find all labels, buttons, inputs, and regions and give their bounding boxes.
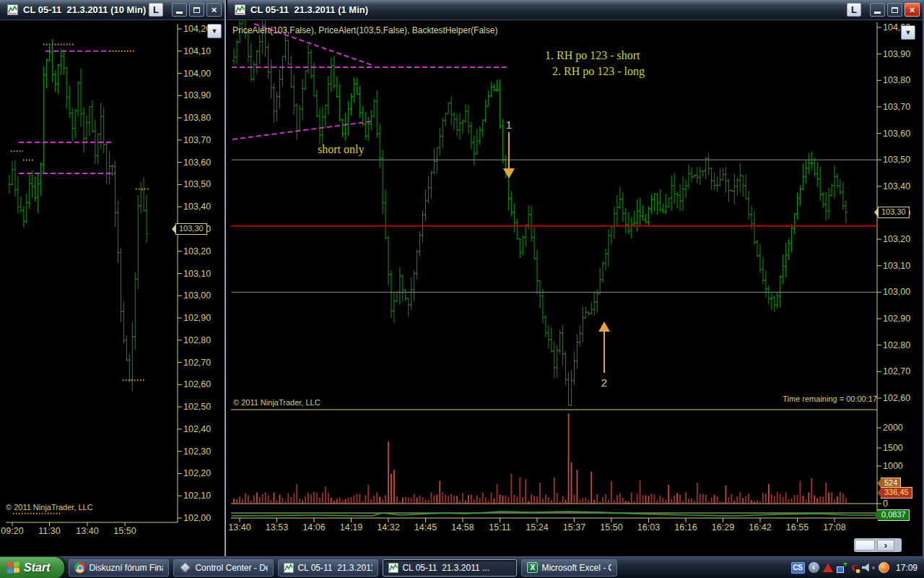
diamond-icon [180,562,191,574]
taskbar-item-excel[interactable]: X Microsoft Excel - CL [521,559,617,577]
close-button[interactable]: × [905,3,920,17]
minimize-icon [874,12,881,14]
copyright-label: © 2011 NinjaTrader, LLC [233,398,321,407]
chart-area-10min[interactable]: 104,20104,10104,00103,90103,80103,70103,… [0,20,225,556]
svg-text:15:50: 15:50 [600,522,622,532]
svg-text:14:06: 14:06 [302,522,325,532]
svg-text:14:58: 14:58 [451,522,474,532]
start-button[interactable]: Start [0,557,64,578]
desktop: CL 05-11 21.3.2011 (10 Min) L × 104,2010… [0,0,924,578]
maximize-button[interactable] [189,3,204,17]
svg-text:1500: 1500 [883,443,903,453]
svg-text:102,10: 102,10 [183,491,211,501]
svg-text:2000: 2000 [883,423,903,433]
svg-text:09:20: 09:20 [1,526,23,536]
svg-text:103,00: 103,00 [883,287,910,297]
indicator-parameters-label: PriceAlert(103,False), PriceAlert(103,5,… [232,25,497,35]
svg-text:103,10: 103,10 [883,261,910,271]
horizontal-scrollbar[interactable]: › [854,538,902,552]
svg-text:102,30: 102,30 [183,447,211,457]
taskbar-item-control-center[interactable]: Control Center - Default [173,559,274,577]
minimize-button[interactable] [870,3,885,17]
svg-text:103,00: 103,00 [183,290,211,301]
svg-text:103,60: 103,60 [883,129,910,139]
network-status-icon[interactable] [837,563,848,573]
maximize-button[interactable] [887,3,902,17]
volume-icon[interactable] [862,564,871,572]
close-button[interactable]: × [206,3,222,17]
svg-text:103,70: 103,70 [883,102,910,112]
volume-avg-badge: 336,45 [881,487,912,499]
svg-text:103,50: 103,50 [883,155,910,165]
ninjatrader-chart-icon [388,563,398,573]
chart-area-1min[interactable]: 104,00103,90103,80103,70103,60103,50103,… [227,20,923,556]
excel-icon: X [527,562,538,573]
svg-text:102,80: 102,80 [883,340,910,350]
svg-text:103,40: 103,40 [183,202,211,212]
chart-1min-canvas: 104,00103,90103,80103,70103,60103,50103,… [227,20,923,556]
ninjatrader-chart-icon [284,563,294,573]
maximize-icon [193,7,200,13]
svg-text:103,40: 103,40 [883,181,910,191]
minimize-button[interactable] [172,3,187,17]
taskbar-clock: 17:09 [896,563,918,573]
chart-style-dropdown[interactable]: ▼ [901,25,915,40]
tray-dot-icon[interactable] [872,566,875,569]
svg-text:16:03: 16:03 [637,522,660,532]
scrollbar-thumb[interactable] [855,540,875,551]
tray-app-red-icon[interactable] [823,564,833,572]
annotation-short-only: short only [318,143,364,156]
svg-text:102,60: 102,60 [883,393,910,403]
copyright-label: © 2011 NinjaTrader, LLC [6,503,93,512]
window-title: CL 05-11 21.3.2011 (1 Min) [250,4,845,15]
titlebar-1min[interactable]: CL 05-11 21.3.2011 (1 Min) L × [227,0,923,20]
svg-text:103,20: 103,20 [183,246,211,256]
tray-collapse-button[interactable]: ‹ [808,562,819,573]
svg-text:103,70: 103,70 [183,135,211,145]
tray-app-orange-icon[interactable] [879,562,889,573]
time-remaining-label: Time remaining = 00:00:17 [733,394,877,403]
svg-text:14:19: 14:19 [340,522,362,532]
link-button[interactable]: L [149,3,163,17]
taskbar-item-browser[interactable]: Diskuzní fórum Financ... [69,559,169,577]
svg-text:103,80: 103,80 [883,75,910,85]
window-chart-1min: CL 05-11 21.3.2011 (1 Min) L × 104,00103… [227,0,924,556]
tray-app-c-icon[interactable]: C [852,562,858,574]
svg-text:104,10: 104,10 [183,46,211,56]
link-button[interactable]: L [847,3,861,17]
chart-style-dropdown[interactable]: ▼ [207,24,222,38]
svg-text:104,00: 104,00 [183,69,211,79]
svg-text:16:55: 16:55 [786,522,808,532]
svg-text:0: 0 [883,499,888,509]
svg-text:103,50: 103,50 [183,179,211,189]
svg-text:102,50: 102,50 [183,402,211,412]
window-chart-10min: CL 05-11 21.3.2011 (10 Min) L × 104,2010… [0,0,226,556]
svg-text:16:29: 16:29 [712,522,734,532]
start-label: Start [24,561,50,574]
annotation-short: 1. RH po 123 - short [545,49,640,62]
taskbar-item-chart-10min[interactable]: CL 05-11 21.3.2011 ... [278,559,378,577]
svg-text:1000: 1000 [883,461,903,471]
indicator-value-badge: 0,0837 [878,509,910,521]
svg-text:103,90: 103,90 [883,49,910,59]
last-price-badge: 103,30 [878,207,910,218]
svg-text:102,90: 102,90 [183,313,211,323]
chart-10min-canvas: 104,20104,10104,00103,90103,80103,70103,… [0,20,225,556]
svg-text:2: 2 [601,376,607,389]
svg-text:16:16: 16:16 [674,522,697,532]
svg-text:102,40: 102,40 [183,424,211,434]
system-tray: CS ‹ C 17:09 [791,562,924,574]
titlebar-10min[interactable]: CL 05-11 21.3.2011 (10 Min) L × [0,0,225,20]
svg-text:15:24: 15:24 [526,522,548,532]
svg-text:102,70: 102,70 [883,366,910,376]
minimize-icon [176,12,183,14]
taskbar-item-chart-1min-active[interactable]: CL 05-11 21.3.2011 ... [383,559,517,577]
svg-text:102,00: 102,00 [183,513,211,523]
svg-text:14:32: 14:32 [377,522,399,532]
svg-text:102,70: 102,70 [183,358,211,368]
chrome-icon [74,562,85,573]
scroll-right-button[interactable]: › [877,540,894,551]
svg-text:14:45: 14:45 [414,522,437,532]
svg-text:103,80: 103,80 [183,113,211,123]
language-indicator[interactable]: CS [791,562,805,574]
